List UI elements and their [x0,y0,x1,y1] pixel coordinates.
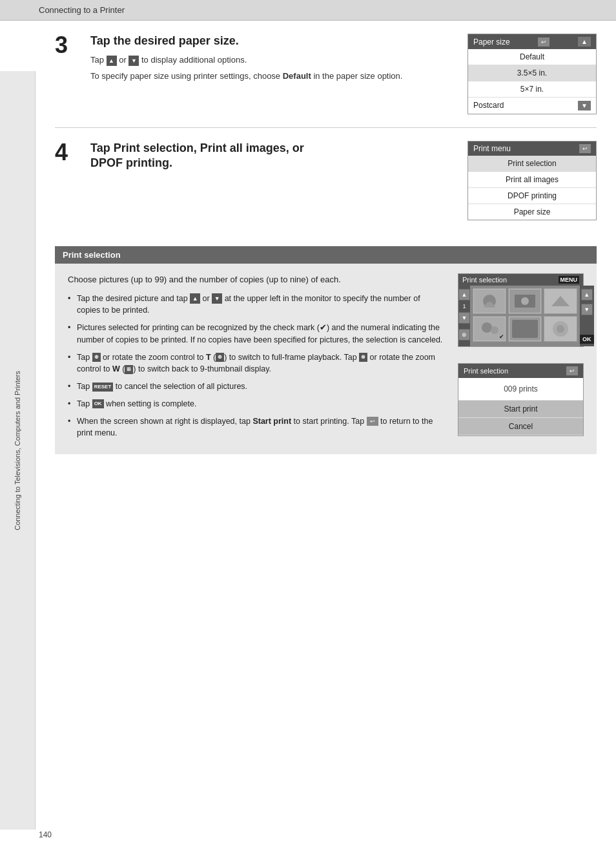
step-3-line1: Tap ▲ or ▼ to display additional options… [90,54,455,67]
menu-print-selection[interactable]: Print selection [468,156,596,172]
print-selection-section: Print selection Choose pictures (up to 9… [55,246,597,454]
svg-point-4 [521,297,529,305]
ps-thumb-4[interactable]: ✔ [473,316,506,342]
ps-bullet-5: Tap OK when setting is complete. [68,398,445,410]
print-selection-bold: Print selection [114,142,194,154]
thumb-check-1: ✔ [499,333,504,340]
ps-up-btn[interactable]: ▲ [458,289,470,300]
ps-start-print-btn[interactable]: Start print [458,401,583,418]
paper-size-35x5[interactable]: 3.5×5 in. [468,65,596,81]
step-4-number: 4 [55,141,84,164]
ps-thumb-grid: ✔ [470,286,580,346]
up-btn-icon: ▲ [190,293,200,304]
step-3-title-text: Tap the desired paper size. [90,34,239,47]
step-4-body: Tap Print selection, Print all images, o… [84,141,455,176]
ps-cancel-label: Cancel [509,422,533,431]
page-header: Connecting to a Printer [0,0,616,21]
ok-icon: OK [92,399,104,408]
ps-right-up[interactable]: ▲ [581,289,593,300]
print-all-bold: Print all images [200,142,286,154]
postcard-label: Postcard [473,101,504,110]
ps-thumb-1[interactable] [473,288,506,314]
main-content: 3 Tap the desired paper size. Tap ▲ or ▼… [36,21,616,474]
ps-prints-label: 009 prints [504,384,538,393]
menu-paper-size[interactable]: Paper size [468,204,596,220]
step-4-image: Print menu ↩ Print selection Print all i… [467,141,597,220]
ps-back-icon: ↩ [566,366,578,375]
ps-zoom-btn[interactable]: ⊕ [458,329,470,341]
ps-thumb-header: Print selection MENU [458,274,583,286]
step-3-line2: To specify paper size using printer sett… [90,70,455,83]
print-selection-body: Choose pictures (up to 99) and the numbe… [55,264,597,454]
ps-start-print-header: Print selection ↩ [458,364,583,378]
scroll-down-btn[interactable]: ▼ [578,101,591,110]
step-3-image: Paper size ↩ ▲ Default 3.5×5 in. 5×7 in.… [467,34,597,114]
print-menu-label: Print menu [473,144,511,153]
print-menu-header: Print menu ↩ [468,142,596,156]
svg-point-8 [491,326,498,334]
paper-size-postcard[interactable]: Postcard ▼ [468,98,596,114]
ps-ok-btn[interactable]: OK [580,335,594,344]
svg-point-13 [557,325,564,333]
ps-cancel-btn[interactable]: Cancel [458,418,583,435]
ps-bullet-6: When the screen shown at right is displa… [68,415,445,440]
ps-thumb-row-2: ✔ [473,316,577,342]
ps-right-controls: ▲ ▼ OK [580,286,594,346]
ps-thumb-title: Print selection [462,276,507,284]
ps-bullet-3: Tap ⊕ or rotate the zoom control to T (⊕… [68,351,445,376]
ps-bullet-list: Tap the desired picture and tap ▲ or ▼ a… [68,293,445,440]
reset-icon: RESET [92,383,114,392]
down-arrow-icon: ▼ [128,56,139,66]
step-3-title: Tap the desired paper size. [90,34,455,48]
ps-start-print-ui: Print selection ↩ 009 prints Start print… [458,363,584,436]
dpof-bold: DPOF printing [90,156,169,169]
sidebar: Connecting to Televisions, Computers and… [0,71,36,830]
step-3-number: 3 [55,34,84,57]
ps-bullet-4: Tap RESET to cancel the selection of all… [68,381,445,393]
ps-thumb-5[interactable] [508,316,542,342]
ps-count: 1 [462,303,466,309]
menu-print-all[interactable]: Print all images [468,172,596,188]
step-4-section: 4 Tap Print selection, Print all images,… [55,141,597,233]
print-menu-back-icon: ↩ [579,144,591,153]
paper-size-ui: Paper size ↩ ▲ Default 3.5×5 in. 5×7 in.… [467,34,597,114]
zoom-in-icon: ⊕ [92,353,101,362]
ps-prints-count: 009 prints [458,378,583,401]
paper-size-label: Paper size [473,37,510,47]
step-3-section: 3 Tap the desired paper size. Tap ▲ or ▼… [55,34,597,128]
paper-size-header: Paper size ↩ ▲ [468,34,596,49]
ps-camera-uis: Print selection MENU ▲ 1 ▼ ⊕ [458,273,584,436]
scroll-up-btn[interactable]: ▲ [578,37,591,47]
ps-thumb-2[interactable] [508,288,542,314]
page-number: 140 [39,830,52,839]
ps-start-print-title: Print selection [464,367,508,375]
zoom-out-icon: ⊗ [359,353,367,362]
ps-thumbnail-ui: Print selection MENU ▲ 1 ▼ ⊕ [458,273,584,347]
ps-bullet-1: Tap the desired picture and tap ▲ or ▼ a… [68,293,445,317]
ps-side-controls: ▲ 1 ▼ ⊕ [458,286,583,346]
ps-left-controls: ▲ 1 ▼ ⊕ [458,286,470,346]
ps-thumb-3[interactable] [544,288,577,314]
paper-size-default[interactable]: Default [468,49,596,65]
ps-dn-btn[interactable]: ▼ [458,312,470,324]
paper-size-5x7[interactable]: 5×7 in. [468,81,596,98]
ps-thumb-6[interactable] [544,316,577,342]
up-arrow-icon: ▲ [107,56,117,66]
svg-point-7 [482,322,492,333]
print-selection-section-header: Print selection [55,246,597,264]
print-selection-text: Choose pictures (up to 99) and the numbe… [68,273,445,445]
w-zoom-icon: ⊞ [125,365,133,374]
t-zoom-icon: ⊕ [216,353,224,362]
step-3-default-text: Default [283,71,311,81]
print-menu-ui: Print menu ↩ Print selection Print all i… [467,141,597,220]
svg-rect-10 [512,320,538,338]
ps-right-dn[interactable]: ▼ [581,304,593,315]
step-4-title: Tap Print selection, Print all images, o… [90,141,455,171]
menu-btn[interactable]: MENU [559,276,580,284]
ps-intro-text: Choose pictures (up to 99) and the numbe… [68,273,445,286]
dn-btn-icon: ▼ [212,293,222,304]
return-icon: ↩ [367,417,378,426]
menu-dpof[interactable]: DPOF printing [468,188,596,204]
ps-bullet-2: Pictures selected for printing can be re… [68,322,445,346]
step-3-body: Tap the desired paper size. Tap ▲ or ▼ t… [84,34,455,85]
